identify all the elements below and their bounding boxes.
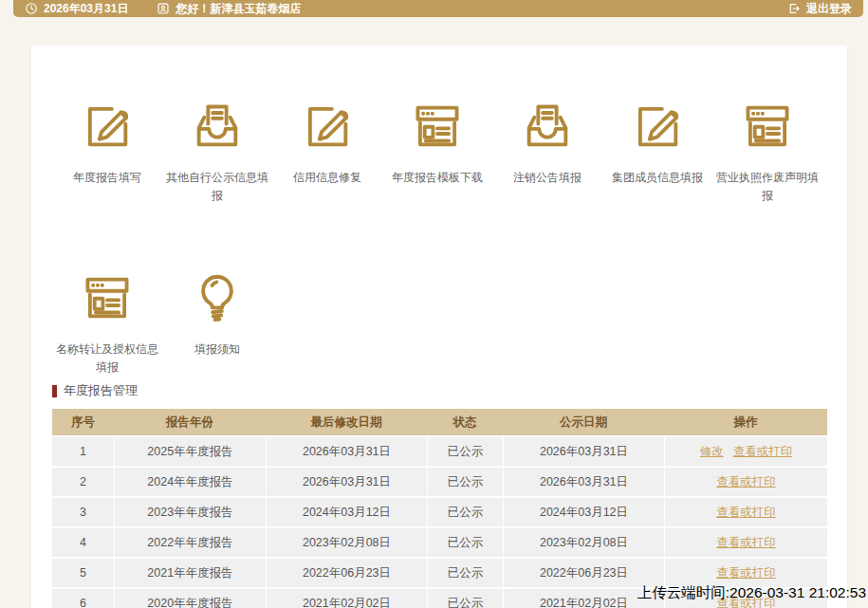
cell-year: 2020年年度报告 — [114, 589, 266, 608]
shortcut-item-2[interactable]: 其他自行公示信息填报 — [162, 95, 272, 204]
cell-year: 2025年年度报告 — [114, 437, 266, 466]
modify-link[interactable]: 修改 — [700, 444, 724, 460]
section-title: 年度报告管理 — [64, 382, 138, 399]
view-or-print-link[interactable]: 查看或打印 — [733, 444, 793, 460]
annual-report-section: 年度报告管理 序号报告年份最后修改日期状态公示日期操作 12025年年度报告20… — [52, 382, 827, 608]
edit-square-icon — [602, 95, 712, 157]
cell-published: 2026年03月31日 — [503, 468, 664, 496]
shortcut-item-5[interactable]: 注销公告填报 — [492, 95, 602, 204]
upload-time-watermark: 上传云端时间:2026-03-31 21:02:53 — [637, 583, 866, 603]
cell-modified: 2021年02月02日 — [266, 589, 427, 608]
shortcut-label: 集团成员信息填报 — [602, 169, 712, 187]
shortcut-label: 注销公告填报 — [492, 169, 602, 187]
cell-no: 3 — [52, 498, 114, 526]
top-bar: 2026年03月31日 您好！新津县玉茹卷烟店 退出登录 — [13, 0, 863, 17]
shortcut-label: 年度报告填写 — [52, 169, 162, 187]
view-or-print-link[interactable]: 查看或打印 — [716, 565, 776, 581]
shortcut-grid-row-1: 年度报告填写其他自行公示信息填报信用信息修复年度报告模板下载注销公告填报集团成员… — [31, 95, 847, 204]
shortcut-label: 填报须知 — [162, 341, 272, 359]
user-badge-icon — [157, 2, 170, 15]
cell-no: 4 — [52, 528, 114, 557]
cell-year: 2021年年度报告 — [114, 559, 266, 587]
shortcut-item-4[interactable]: 年度报告模板下载 — [382, 95, 492, 204]
cell-year: 2024年年度报告 — [114, 468, 266, 496]
annual-report-table: 序号报告年份最后修改日期状态公示日期操作 12025年年度报告2026年03月3… — [52, 409, 827, 608]
cell-no: 6 — [52, 589, 114, 608]
shortcut-item-6[interactable]: 集团成员信息填报 — [602, 95, 712, 204]
cell-published: 2023年02月08日 — [503, 528, 664, 557]
clock-icon — [25, 2, 38, 15]
logout-icon — [787, 2, 801, 15]
column-header: 序号 — [52, 415, 114, 431]
cell-status: 已公示 — [427, 528, 503, 557]
table-header-row: 序号报告年份最后修改日期状态公示日期操作 — [52, 409, 827, 435]
column-header: 最后修改日期 — [266, 415, 427, 431]
cell-actions: 查看或打印 — [664, 498, 827, 526]
cell-status: 已公示 — [427, 498, 503, 526]
shortcut-item-7[interactable]: 营业执照作废声明填报 — [712, 95, 822, 204]
table-row: 32023年年度报告2024年03月12日已公示2024年03月12日查看或打印 — [52, 498, 827, 526]
view-or-print-link[interactable]: 查看或打印 — [716, 535, 776, 551]
shortcut-grid-row-2: 名称转让及授权信息填报填报须知 — [31, 267, 847, 376]
cell-no: 5 — [52, 559, 114, 587]
cell-no: 1 — [52, 437, 114, 466]
shortcut-label: 年度报告模板下载 — [382, 169, 492, 187]
cell-published: 2024年03月12日 — [503, 498, 664, 526]
cell-modified: 2022年06月23日 — [266, 559, 427, 587]
section-title-row: 年度报告管理 — [52, 382, 827, 399]
shortcut-label: 名称转让及授权信息填报 — [52, 341, 162, 376]
lightbulb-icon — [162, 267, 272, 329]
main-card: 年度报告填写其他自行公示信息填报信用信息修复年度报告模板下载注销公告填报集团成员… — [31, 46, 847, 608]
shortcut-label: 营业执照作废声明填报 — [712, 169, 822, 204]
shortcut-item-8[interactable]: 名称转让及授权信息填报 — [52, 267, 162, 376]
shortcut-label: 信用信息修复 — [272, 169, 382, 187]
inbox-tray-icon — [492, 95, 602, 157]
cell-status: 已公示 — [427, 559, 503, 587]
shortcut-label: 其他自行公示信息填报 — [162, 169, 272, 204]
section-marker — [52, 385, 57, 397]
cell-modified: 2023年02月08日 — [266, 528, 427, 557]
current-date: 2026年03月31日 — [44, 1, 128, 17]
cell-actions: 查看或打印 — [664, 528, 827, 557]
column-header: 报告年份 — [114, 415, 266, 431]
cell-actions: 修改查看或打印 — [664, 437, 827, 466]
table-row: 42022年年度报告2023年02月08日已公示2023年02月08日查看或打印 — [52, 528, 827, 557]
cell-no: 2 — [52, 468, 114, 496]
column-header: 操作 — [664, 415, 827, 431]
table-body: 12025年年度报告2026年03月31日已公示2026年03月31日修改查看或… — [52, 437, 827, 608]
edit-square-icon — [52, 95, 162, 157]
column-header: 状态 — [427, 415, 503, 431]
cell-status: 已公示 — [427, 589, 503, 608]
logout-button[interactable]: 退出登录 — [787, 1, 852, 17]
cell-status: 已公示 — [427, 468, 503, 496]
edit-square-icon — [272, 95, 382, 157]
browser-window-icon — [712, 95, 822, 157]
browser-window-icon — [382, 95, 492, 157]
table-row: 12025年年度报告2026年03月31日已公示2026年03月31日修改查看或… — [52, 437, 827, 466]
shortcut-item-9[interactable]: 填报须知 — [162, 267, 272, 376]
cell-modified: 2026年03月31日 — [266, 468, 427, 496]
shortcut-item-3[interactable]: 信用信息修复 — [272, 95, 382, 204]
column-header: 公示日期 — [503, 415, 664, 431]
logout-label: 退出登录 — [806, 1, 852, 17]
cell-actions: 查看或打印 — [664, 468, 827, 496]
cell-modified: 2024年03月12日 — [266, 498, 427, 526]
inbox-tray-icon — [162, 95, 272, 157]
browser-window-icon — [52, 267, 162, 329]
cell-year: 2023年年度报告 — [114, 498, 266, 526]
user-greeting: 您好！新津县玉茹卷烟店 — [175, 1, 301, 17]
view-or-print-link[interactable]: 查看或打印 — [716, 474, 776, 490]
view-or-print-link[interactable]: 查看或打印 — [716, 505, 776, 521]
table-row: 22024年年度报告2026年03月31日已公示2026年03月31日查看或打印 — [52, 468, 827, 496]
cell-published: 2026年03月31日 — [503, 437, 664, 466]
cell-modified: 2026年03月31日 — [266, 437, 427, 466]
shortcut-item-1[interactable]: 年度报告填写 — [52, 95, 162, 204]
cell-year: 2022年年度报告 — [114, 528, 266, 557]
cell-status: 已公示 — [427, 437, 503, 466]
